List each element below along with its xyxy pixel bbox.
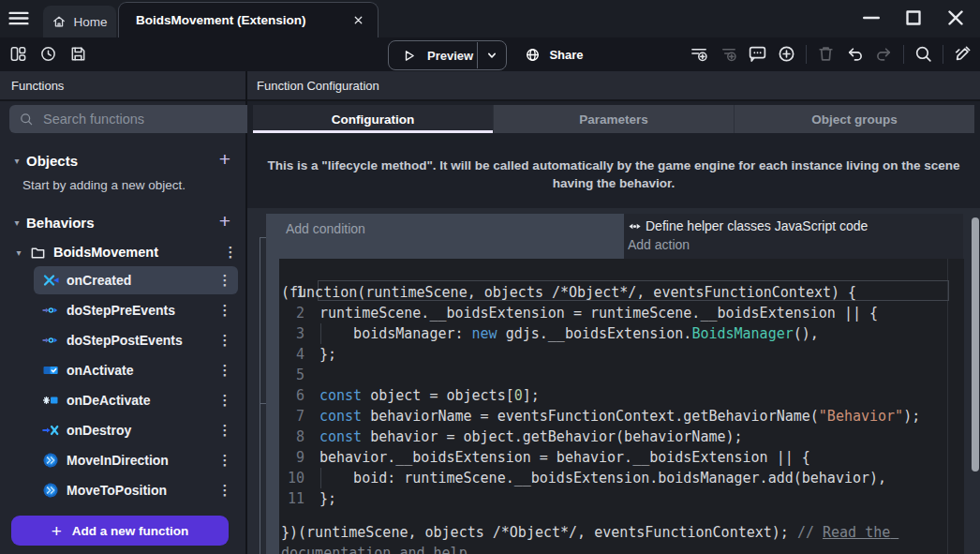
behaviors-section-header[interactable]: ▾ Behaviors + [0,210,245,234]
item-menu-button[interactable]: ⋮ [217,482,232,499]
trash-icon [816,44,836,64]
function-label: MoveInDirection [67,453,217,468]
search-functions-box[interactable] [9,105,255,133]
item-menu-button[interactable]: ⋮ [217,332,232,349]
tab-home[interactable]: Home [43,6,116,37]
sidebar-item-onDestroy[interactable]: onDestroy⋮ [34,416,238,444]
add-function-button[interactable]: + Add a new function [11,516,229,546]
tab-object-groups[interactable]: Object groups [735,105,974,133]
action-column[interactable]: Define helper classes JavaScript code Ad… [624,214,963,259]
code-text: }; [319,344,336,365]
undo-icon[interactable] [845,44,865,64]
function-label: onDestroy [67,423,217,438]
line-number: 10 [279,468,304,488]
behaviors-section-label: Behaviors [26,215,214,231]
line-number: 5 [279,365,304,385]
item-menu-button[interactable]: ⋮ [217,302,232,319]
behavior-group-boidsmovement[interactable]: ▾ BoidsMovement ⋮ [13,240,238,264]
preview-button[interactable]: Preview [388,40,507,70]
line-number: 11 [279,488,304,509]
globe-icon [525,47,541,63]
code-line: 10 boid: runtimeScene.__boidsExtension.b… [279,468,964,488]
function-label: onDeActivate [67,393,217,408]
group-menu-button[interactable]: ⋮ [223,244,238,261]
gdevelop-window: Home BoidsMovement (Extension) Preview S… [0,0,980,554]
event-drag-column[interactable] [266,214,279,554]
line-number: 2 [279,303,304,323]
code-text: behavior.__boidsExtension = behavior.__b… [319,447,810,468]
sidebar-item-doStepPreEvents[interactable]: doStepPreEvents⋮ [34,296,238,324]
toolbar-left-icons [9,45,87,63]
close-tab-icon[interactable] [352,14,364,26]
item-menu-button[interactable]: ⋮ [217,392,232,409]
home-icon [52,14,67,29]
edit-extension-icon[interactable] [953,44,973,64]
add-circle-icon[interactable] [777,44,796,64]
objects-section-header[interactable]: ▾ Objects + [0,148,245,172]
close-window-button[interactable] [943,6,968,30]
code-footer: })(runtimeScene, objects /*Object*/, eve… [281,522,936,554]
add-behavior-button[interactable]: + [214,211,236,233]
comment-icon[interactable] [748,44,767,64]
search-icon[interactable] [913,44,933,64]
add-function-label: Add a new function [72,524,189,538]
add-event-icon[interactable] [690,44,709,64]
tab-home-label: Home [73,15,107,29]
gear-move-icon [42,482,59,499]
code-footer-text: })(runtimeScene, objects /*Object*/, eve… [281,524,797,541]
tab-extension-label: BoidsMovement (Extension) [136,13,341,27]
function-label: doStepPostEvents [67,333,217,348]
line-number: 9 [279,447,304,468]
code-line: 3 boidsManager: new gdjs.__boidsExtensio… [279,323,964,344]
folder-icon [30,245,46,261]
share-button[interactable]: Share [512,40,597,68]
code-line: 1 [279,282,964,303]
js-code-event-icon [628,219,642,233]
on-created-icon [42,272,59,289]
preview-divider [477,42,478,68]
sidebar-item-MoveToPosition[interactable]: MoveToPosition⋮ [34,476,238,504]
function-configuration-panel: Function Configuration ConfigurationPara… [247,71,980,554]
chevron-down-icon[interactable] [484,48,499,63]
js-event-title[interactable]: Define helper classes JavaScript code [628,218,963,233]
sidebar-item-onCreated[interactable]: onCreated⋮ [34,266,238,294]
save-icon[interactable] [69,45,87,63]
code-text: boid: runtimeScene.__boidsExtension.boid… [319,468,886,488]
on-destroy-icon [42,422,59,439]
toolbar-right-icons [690,44,973,64]
line-number: 7 [279,406,304,427]
step-arrows-icon [42,302,59,319]
sidebar-item-onDeActivate[interactable]: onDeActivate⋮ [34,386,238,414]
code-text: runtimeScene.__boidsExtension = runtimeS… [319,303,878,323]
caret-down-icon: ▾ [13,247,24,258]
maximize-button[interactable] [901,6,926,30]
main-menu-icon[interactable] [8,11,29,25]
code-text: const behavior = object.getBehavior(beha… [319,427,743,447]
js-code-editor[interactable]: (function(runtimeScene, objects /*Object… [279,259,964,554]
history-icon[interactable] [39,45,57,63]
minimize-button[interactable] [859,6,883,30]
item-menu-button[interactable]: ⋮ [217,362,232,379]
sidebar-item-onActivate[interactable]: onActivate⋮ [34,356,238,384]
function-label: onActivate [67,363,217,378]
on-activate-icon [42,362,59,379]
code-text: const behaviorName = eventsFunctionConte… [319,406,920,427]
code-line: 8const behavior = object.getBehavior(beh… [279,427,964,447]
item-menu-button[interactable]: ⋮ [217,422,232,439]
item-menu-button[interactable]: ⋮ [217,452,232,469]
sidebar-item-doStepPostEvents[interactable]: doStepPostEvents⋮ [34,326,238,354]
add-action-label[interactable]: Add action [628,237,963,252]
panel-title: Function Configuration [247,71,980,101]
item-menu-button[interactable]: ⋮ [217,272,232,289]
tab-parameters[interactable]: Parameters [494,105,735,133]
add-condition-cell[interactable]: Add condition [279,214,624,259]
sidebar-item-MoveInDirection[interactable]: MoveInDirection⋮ [34,446,238,474]
events-scrollbar[interactable] [972,217,979,472]
add-object-button[interactable]: + [214,149,236,172]
search-functions-input[interactable] [41,111,245,127]
add-sub-event-icon [719,44,738,64]
line-number: 8 [279,427,304,447]
tab-configuration[interactable]: Configuration [253,105,494,133]
panels-icon[interactable] [9,45,27,63]
tab-extension[interactable]: BoidsMovement (Extension) [118,2,379,37]
